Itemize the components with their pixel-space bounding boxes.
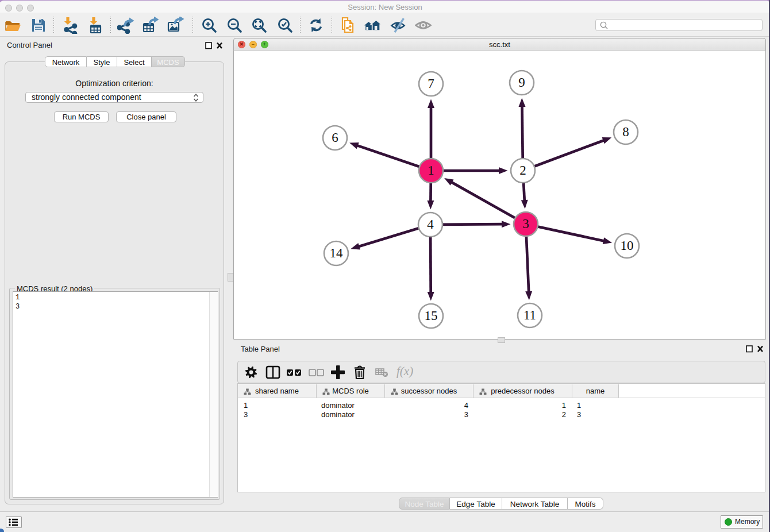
svg-text:9: 9 xyxy=(518,75,525,90)
svg-text:7: 7 xyxy=(428,76,434,91)
svg-text:15: 15 xyxy=(425,309,438,323)
svg-text:14: 14 xyxy=(330,246,344,260)
svg-text:2: 2 xyxy=(519,163,526,178)
svg-text:11: 11 xyxy=(523,308,536,322)
svg-text:4: 4 xyxy=(427,217,434,232)
svg-text:8: 8 xyxy=(622,125,629,139)
svg-text:10: 10 xyxy=(621,238,634,253)
svg-text:3: 3 xyxy=(522,217,529,231)
svg-text:1: 1 xyxy=(428,163,434,178)
svg-text:6: 6 xyxy=(332,130,338,145)
